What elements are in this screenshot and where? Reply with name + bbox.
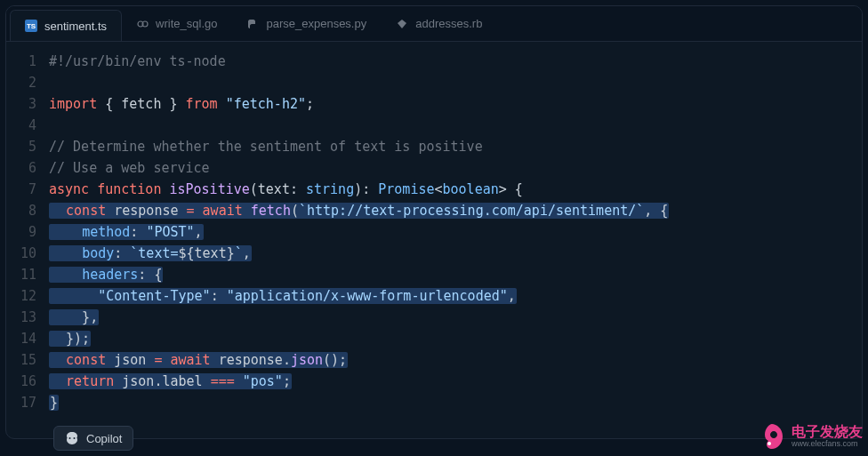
line-number: 4 [6, 115, 49, 136]
svg-point-4 [768, 442, 771, 445]
code-line: 7async function isPositive(text: string)… [6, 179, 862, 200]
code-line: 12 "Content-Type": "application/x-www-fo… [6, 285, 862, 307]
code-line: 8 const response = await fetch(`http://t… [6, 200, 862, 221]
line-content[interactable]: import { fetch } from "fetch-h2"; [49, 93, 862, 115]
line-content[interactable]: "Content-Type": "application/x-www-form-… [49, 285, 862, 307]
line-content[interactable]: // Use a web service [49, 157, 862, 179]
code-line: 2 [6, 72, 862, 93]
line-number: 15 [6, 349, 49, 371]
watermark-title: 电子发烧友 [792, 424, 863, 440]
tab-bar: TSsentiment.tswrite_sql.goparse_expenses… [6, 6, 862, 42]
line-content[interactable] [49, 72, 862, 93]
line-content[interactable]: method: "POST", [49, 221, 862, 243]
tab-label: addresses.rb [415, 17, 482, 30]
line-number: 8 [6, 200, 49, 221]
line-number: 11 [6, 264, 49, 285]
line-number: 12 [6, 285, 49, 307]
file-icon: TS [25, 20, 37, 32]
line-number: 13 [6, 307, 49, 328]
watermark: 电子发烧友 www.elecfans.com [758, 422, 863, 451]
code-line: 5// Determine whether the sentiment of t… [6, 136, 862, 157]
line-number: 16 [6, 371, 49, 392]
line-content[interactable]: return json.label === "pos"; [49, 371, 862, 392]
tab-addresses-rb[interactable]: addresses.rb [382, 6, 497, 41]
line-number: 1 [6, 51, 49, 72]
line-content[interactable]: const response = await fetch(`http://tex… [49, 200, 862, 221]
line-content[interactable]: // Determine whether the sentiment of te… [49, 136, 862, 157]
watermark-logo-icon [758, 422, 786, 451]
code-line: 6// Use a web service [6, 157, 862, 179]
line-content[interactable]: }, [49, 307, 862, 328]
code-line: 10 body: `text=${text}`, [6, 243, 862, 264]
tab-write_sql-go[interactable]: write_sql.go [122, 6, 232, 41]
line-content[interactable]: headers: { [49, 264, 862, 285]
line-number: 2 [6, 72, 49, 93]
line-content[interactable]: #!/usr/bin/env ts-node [49, 51, 862, 72]
line-number: 14 [6, 328, 49, 349]
code-line: 13 }, [6, 307, 862, 328]
tab-label: write_sql.go [156, 17, 217, 30]
line-content[interactable]: } [49, 392, 862, 413]
code-line: 4 [6, 115, 862, 136]
line-number: 9 [6, 221, 49, 243]
line-number: 6 [6, 157, 49, 179]
tab-label: sentiment.ts [44, 20, 107, 33]
svg-text:TS: TS [27, 22, 36, 30]
copilot-icon [65, 431, 79, 445]
code-line: 14 }); [6, 328, 862, 349]
line-content[interactable]: const json = await response.json(); [49, 349, 862, 371]
line-content[interactable] [49, 115, 862, 136]
code-line: 16 return json.label === "pos"; [6, 371, 862, 392]
file-icon [136, 18, 149, 30]
line-number: 17 [6, 392, 49, 413]
watermark-url: www.elecfans.com [792, 440, 863, 449]
line-content[interactable]: body: `text=${text}`, [49, 243, 862, 264]
code-line: 3import { fetch } from "fetch-h2"; [6, 93, 862, 115]
tab-sentiment-ts[interactable]: TSsentiment.ts [10, 10, 122, 41]
editor-frame: TSsentiment.tswrite_sql.goparse_expenses… [5, 5, 863, 439]
code-area[interactable]: 1#!/usr/bin/env ts-node23import { fetch … [6, 42, 862, 438]
code-line: 15 const json = await response.json(); [6, 349, 862, 371]
code-line: 11 headers: { [6, 264, 862, 285]
code-line: 17} [6, 392, 862, 413]
tab-label: parse_expenses.py [266, 17, 366, 30]
line-number: 10 [6, 243, 49, 264]
code-line: 1#!/usr/bin/env ts-node [6, 51, 862, 72]
line-content[interactable]: async function isPositive(text: string):… [49, 179, 862, 200]
code-line: 9 method: "POST", [6, 221, 862, 243]
line-number: 3 [6, 93, 49, 115]
tab-parse_expenses-py[interactable]: parse_expenses.py [232, 6, 382, 41]
copilot-badge[interactable]: Copilot [53, 426, 133, 451]
line-number: 5 [6, 136, 49, 157]
file-icon [396, 18, 408, 30]
line-number: 7 [6, 179, 49, 200]
copilot-label: Copilot [86, 432, 122, 445]
file-icon [246, 18, 259, 30]
line-content[interactable]: }); [49, 328, 862, 349]
